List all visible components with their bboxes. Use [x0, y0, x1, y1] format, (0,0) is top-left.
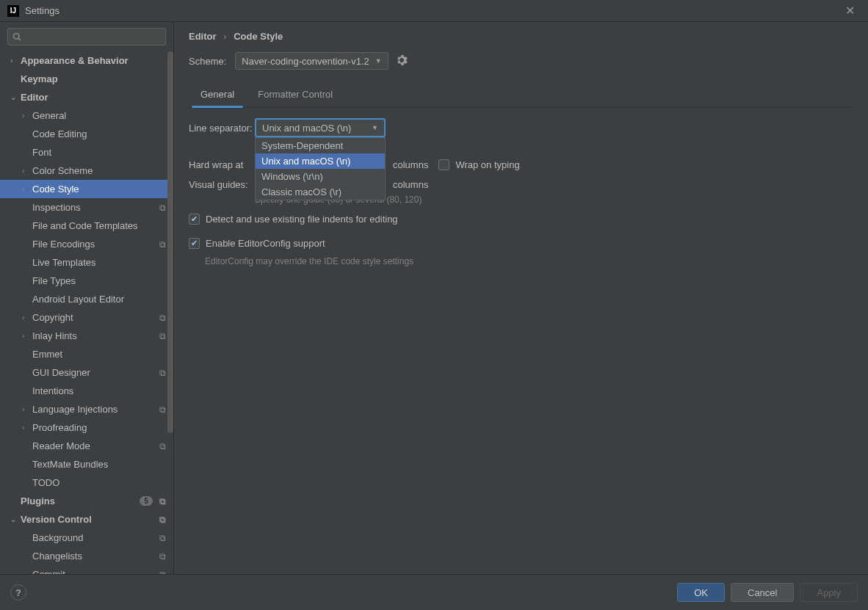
sidebar-item-copyright[interactable]: ›Copyright⧉ — [0, 308, 173, 327]
svg-point-0 — [14, 34, 20, 40]
sidebar-item-inlay-hints[interactable]: ›Inlay Hints⧉ — [0, 327, 173, 345]
sidebar-item-file-encodings[interactable]: File Encodings⧉ — [0, 235, 173, 253]
window-title: Settings — [25, 5, 59, 16]
chevron-down-icon: ▼ — [375, 57, 382, 65]
sidebar-item-label: File and Code Templates — [32, 220, 138, 231]
chevron-right-icon: › — [22, 332, 31, 340]
sidebar-item-label: Plugins — [21, 495, 55, 506]
badge: 5 — [140, 496, 153, 506]
search-icon — [12, 32, 21, 41]
scheme-value: Naver-coding-convention-v1.2 — [242, 56, 369, 67]
chevron-right-icon: › — [22, 112, 31, 120]
option-windows[interactable]: Windows (\r\n) — [256, 169, 385, 184]
breadcrumb-code-style: Code Style — [234, 31, 283, 42]
sidebar-item-textmate-bundles[interactable]: TextMate Bundles — [0, 455, 173, 473]
chevron-right-icon: › — [22, 167, 31, 175]
project-scope-icon: ⧉ — [159, 239, 166, 250]
sidebar-item-label: Commit — [32, 569, 65, 574]
sidebar-item-plugins[interactable]: Plugins5⧉ — [0, 492, 173, 510]
sidebar-item-label: Live Templates — [32, 257, 95, 268]
settings-tree: ›Appearance & BehaviorKeymap⌄Editor›Gene… — [0, 51, 173, 574]
sidebar-item-color-scheme[interactable]: ›Color Scheme — [0, 161, 173, 180]
sidebar-item-emmet[interactable]: Emmet — [0, 345, 173, 363]
sidebar-item-font[interactable]: Font — [0, 143, 173, 161]
sidebar-item-proofreading[interactable]: ›Proofreading — [0, 418, 173, 437]
hard-wrap-label: Hard wrap at — [189, 159, 255, 170]
detect-indents-checkbox[interactable]: ✔ — [189, 214, 200, 225]
line-separator-value: Unix and macOS (\n) — [262, 123, 351, 134]
sidebar-item-background[interactable]: Background⧉ — [0, 529, 173, 547]
chevron-right-icon: › — [22, 424, 31, 432]
sidebar-item-keymap[interactable]: Keymap — [0, 70, 173, 88]
sidebar-item-label: Editor — [21, 92, 48, 103]
project-scope-icon: ⧉ — [159, 551, 166, 562]
option-classic-macos[interactable]: Classic macOS (\r) — [256, 184, 385, 200]
gear-icon[interactable] — [396, 54, 408, 68]
sidebar-item-label: Inspections — [32, 202, 81, 213]
sidebar-item-label: Appearance & Behavior — [21, 55, 129, 66]
sidebar-item-label: Language Injections — [32, 404, 117, 415]
sidebar-item-label: File Types — [32, 275, 76, 286]
scheme-label: Scheme: — [189, 56, 226, 67]
scheme-dropdown[interactable]: Naver-coding-convention-v1.2 ▼ — [235, 52, 388, 70]
sidebar-item-label: Intentions — [32, 385, 73, 396]
project-scope-icon: ⧉ — [159, 404, 166, 415]
sidebar-item-label: Background — [32, 532, 83, 543]
sidebar-item-label: Copyright — [32, 312, 73, 323]
cancel-button[interactable]: Cancel — [731, 583, 794, 602]
sidebar-item-android-layout-editor[interactable]: Android Layout Editor — [0, 290, 173, 308]
project-scope-icon: ⧉ — [159, 331, 166, 341]
svg-line-1 — [18, 38, 21, 40]
tabs: General Formatter Control — [189, 83, 853, 108]
wrap-on-typing-checkbox[interactable]: ✔ — [438, 159, 449, 170]
sidebar-item-changelists[interactable]: Changelists⧉ — [0, 547, 173, 565]
sidebar-item-live-templates[interactable]: Live Templates — [0, 253, 173, 272]
apply-button[interactable]: Apply — [800, 583, 858, 602]
sidebar-item-appearance-behavior[interactable]: ›Appearance & Behavior — [0, 51, 173, 70]
editorconfig-checkbox[interactable]: ✔ — [189, 238, 200, 249]
sidebar-item-language-injections[interactable]: ›Language Injections⧉ — [0, 400, 173, 418]
sidebar-item-label: Code Style — [32, 184, 79, 195]
sidebar-item-file-types[interactable]: File Types — [0, 272, 173, 290]
help-icon[interactable]: ? — [10, 584, 26, 600]
app-icon: IJ — [7, 5, 19, 17]
project-scope-icon: ⧉ — [159, 313, 166, 323]
tab-formatter-control[interactable]: Formatter Control — [246, 83, 344, 107]
close-icon[interactable]: ✕ — [839, 1, 861, 21]
project-scope-icon: ⧉ — [159, 496, 166, 506]
editorconfig-label: Enable EditorConfig support — [206, 238, 325, 249]
tab-general[interactable]: General — [189, 83, 246, 107]
option-system-dependent[interactable]: System-Dependent — [256, 138, 385, 153]
ok-button[interactable]: OK — [677, 583, 725, 602]
line-separator-label: Line separator: — [189, 123, 255, 134]
sidebar-item-reader-mode[interactable]: Reader Mode⧉ — [0, 437, 173, 455]
sidebar-item-label: Code Editing — [32, 128, 87, 139]
wrap-on-typing-label: Wrap on typing — [455, 159, 519, 170]
sidebar-item-file-and-code-templates[interactable]: File and Code Templates — [0, 217, 173, 235]
editorconfig-hint: EditorConfig may override the IDE code s… — [205, 256, 853, 266]
project-scope-icon: ⧉ — [159, 515, 166, 525]
visual-guides-label: Visual guides: — [189, 179, 255, 190]
option-unix-macos[interactable]: Unix and macOS (\n) — [256, 153, 385, 169]
sidebar-item-inspections[interactable]: Inspections⧉ — [0, 198, 173, 217]
sidebar-item-gui-designer[interactable]: GUI Designer⧉ — [0, 363, 173, 382]
sidebar-item-todo[interactable]: TODO — [0, 473, 173, 492]
search-input[interactable] — [7, 28, 166, 46]
breadcrumb-editor[interactable]: Editor — [189, 31, 217, 42]
sidebar-item-intentions[interactable]: Intentions — [0, 382, 173, 400]
sidebar-item-code-editing[interactable]: Code Editing — [0, 125, 173, 143]
columns-label-1: columns — [393, 159, 428, 170]
chevron-right-icon: › — [223, 31, 226, 42]
sidebar: ›Appearance & BehaviorKeymap⌄Editor›Gene… — [0, 22, 174, 574]
sidebar-item-general[interactable]: ›General — [0, 106, 173, 125]
sidebar-item-editor[interactable]: ⌄Editor — [0, 88, 173, 106]
sidebar-scrollbar[interactable] — [167, 51, 173, 448]
sidebar-item-label: General — [32, 110, 66, 121]
sidebar-item-commit[interactable]: Commit⧉ — [0, 565, 173, 574]
line-separator-dropdown[interactable]: Unix and macOS (\n) ▼ — [255, 118, 386, 137]
project-scope-icon: ⧉ — [159, 203, 166, 213]
sidebar-item-code-style[interactable]: ›Code Style — [0, 180, 173, 198]
sidebar-item-label: File Encodings — [32, 239, 95, 250]
sidebar-item-version-control[interactable]: ⌄Version Control⧉ — [0, 510, 173, 529]
project-scope-icon: ⧉ — [159, 533, 166, 543]
